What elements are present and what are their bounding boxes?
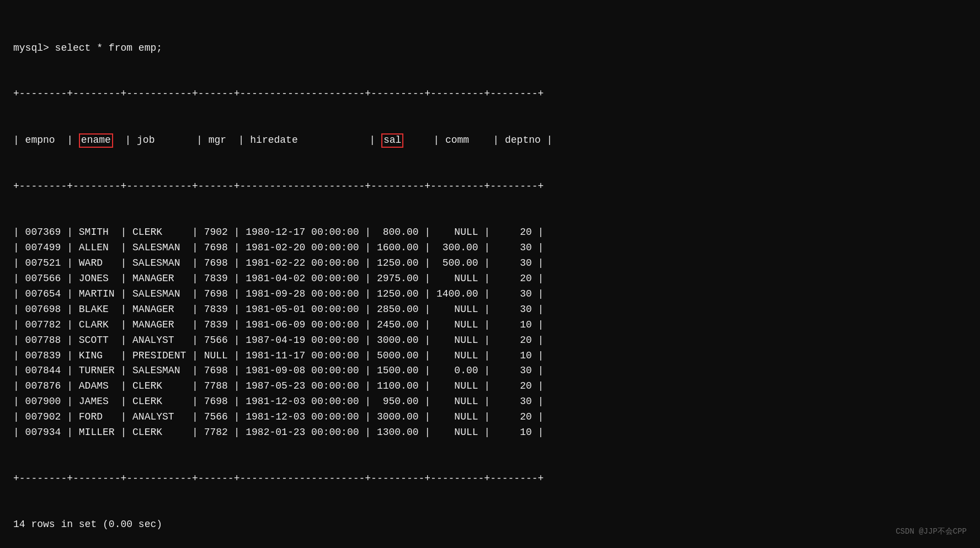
table-row: | 007782 | CLARK | MANAGER | 7839 | 1981… (13, 318, 967, 333)
table-row: | 007369 | SMITH | CLERK | 7902 | 1980-1… (13, 225, 967, 240)
table-row: | 007902 | FORD | ANALYST | 7566 | 1981-… (13, 410, 967, 425)
sal-header-highlight: sal (381, 133, 403, 148)
table-row: | 007566 | JONES | MANAGER | 7839 | 1981… (13, 271, 967, 287)
sep1-line: +--------+--------+-----------+------+--… (13, 87, 967, 102)
query1-line: mysql> select * from emp; (13, 41, 967, 56)
table-row: | 007839 | KING | PRESIDENT | NULL | 198… (13, 348, 967, 364)
table-row: | 007934 | MILLER | CLERK | 7782 | 1982-… (13, 425, 967, 440)
table-row: | 007698 | BLAKE | MANAGER | 7839 | 1981… (13, 302, 967, 318)
terminal-output: mysql> select * from emp; +--------+----… (13, 10, 967, 548)
table-row: | 007876 | ADAMS | CLERK | 7788 | 1987-0… (13, 379, 967, 394)
emp-table-rows: | 007369 | SMITH | CLERK | 7902 | 1980-1… (13, 225, 967, 440)
sep3-line: +--------+--------+-----------+------+--… (13, 471, 967, 487)
watermark-text: CSDN @JJP不会CPP (896, 526, 967, 538)
table-row: | 007499 | ALLEN | SALESMAN | 7698 | 198… (13, 240, 967, 256)
header1-line: | empno | ename | job | mgr | hiredate |… (13, 133, 967, 148)
sep2-line: +--------+--------+-----------+------+--… (13, 179, 967, 195)
table-row: | 007654 | MARTIN | SALESMAN | 7698 | 19… (13, 287, 967, 302)
ename-header-highlight: ename (79, 133, 113, 148)
count1-line: 14 rows in set (0.00 sec) (13, 517, 967, 533)
table-row: | 007844 | TURNER | SALESMAN | 7698 | 19… (13, 363, 967, 379)
table-row: | 007788 | SCOTT | ANALYST | 7566 | 1987… (13, 333, 967, 348)
table-row: | 007900 | JAMES | CLERK | 7698 | 1981-1… (13, 394, 967, 410)
table-row: | 007521 | WARD | SALESMAN | 7698 | 1981… (13, 256, 967, 271)
